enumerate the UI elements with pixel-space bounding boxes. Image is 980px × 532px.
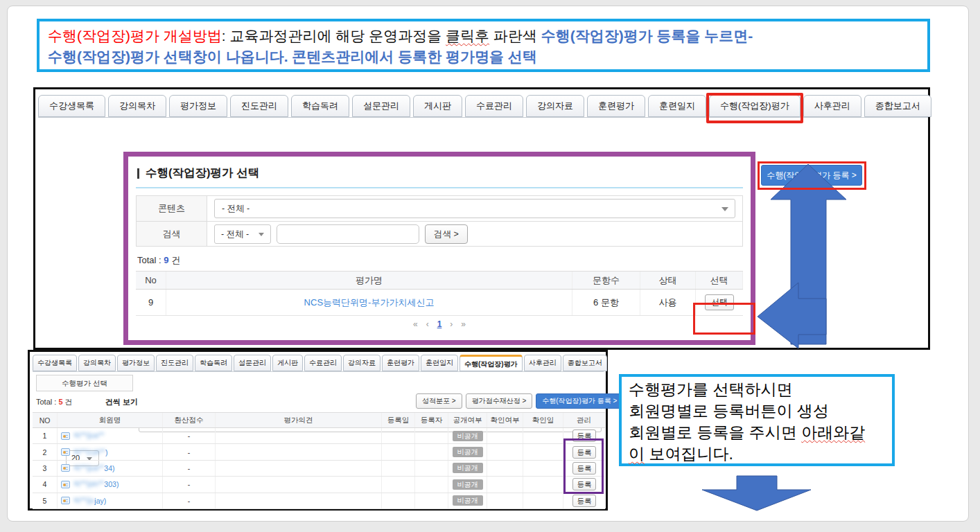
evaluation-col-header: 상태 — [640, 272, 696, 289]
member-col-header: 확인여부 — [487, 413, 523, 427]
opinion-cell — [216, 461, 382, 476]
row-no: 5 — [33, 493, 58, 508]
course-tab[interactable]: 수행(작업장)평가 — [709, 95, 800, 117]
member-name-suffix: 34) — [104, 464, 114, 472]
pagination-item[interactable]: 1 — [437, 319, 442, 329]
member-name-blurred[interactable]: 박**(ju — [73, 496, 94, 506]
search-type-select[interactable]: - 전체 - — [214, 224, 271, 244]
modal-pagination: « ‹ 1 › » — [136, 319, 743, 329]
register-date-cell — [382, 444, 415, 459]
pagination-item[interactable]: » — [461, 319, 466, 329]
course-tab[interactable]: 강의목차 — [78, 355, 116, 371]
member-name-blurred[interactable]: 박**(pin** — [73, 479, 104, 489]
member-row: 4 박**(pin**303) - 비공개 등록 — [33, 477, 605, 493]
course-tab[interactable]: 강의자료 — [526, 95, 584, 117]
confirm-status-cell — [487, 477, 523, 492]
pagination-item[interactable]: › — [450, 319, 453, 329]
search-input[interactable] — [277, 224, 419, 244]
course-tab[interactable]: 평가정보 — [169, 95, 227, 117]
course-tab[interactable]: 진도관리 — [156, 355, 193, 371]
evaluation-col-header: 문항수 — [572, 272, 640, 289]
instruction-line-1: 수행(작업장)평가 개설방법: 교육과정관리에 해당 운영과정을 클릭후 파란색… — [48, 26, 919, 46]
member-name-blurred[interactable]: 박**(cyk** — [73, 447, 105, 457]
course-tab[interactable]: 설문관리 — [352, 95, 410, 117]
confirm-date-cell — [523, 444, 563, 459]
course-tab[interactable]: 수강생목록 — [33, 355, 77, 371]
course-tab[interactable]: 강의목차 — [108, 95, 166, 117]
member-table-header: NO 회원명 환산점수 평가의견 등록일 등록자 공개여부 확인여부 확인일 관… — [33, 412, 605, 428]
row-no: 3 — [33, 461, 58, 476]
toolbar-button[interactable]: 성적분포 > — [416, 393, 462, 409]
course-tab[interactable]: 수행(작업장)평가 — [460, 355, 523, 371]
member-name-cell: 박**(cyk**) — [58, 444, 163, 459]
register-button[interactable]: 등록 — [572, 478, 596, 490]
register-button[interactable]: 등록 — [572, 495, 596, 507]
pagination-item[interactable]: « — [413, 319, 418, 329]
course-tab[interactable]: 수강생목록 — [38, 95, 105, 117]
course-tab[interactable]: 학습독려 — [291, 95, 349, 117]
course-tab[interactable]: 훈련일지 — [421, 355, 458, 371]
course-tab[interactable]: 훈련평가 — [587, 95, 645, 117]
course-tab[interactable]: 설문관리 — [234, 355, 271, 371]
course-tab[interactable]: 강의자료 — [343, 355, 380, 371]
member-evaluation-table: NO 회원명 환산점수 평가의견 등록일 등록자 공개여부 확인여부 확인일 관… — [33, 412, 605, 509]
member-card-icon — [61, 464, 70, 472]
member-col-header: 평가의견 — [216, 413, 382, 427]
title-bar-icon — [137, 168, 139, 179]
course-tab[interactable]: 훈련평가 — [382, 355, 419, 371]
course-tab[interactable]: 학습독려 — [195, 355, 232, 371]
member-col-header: 회원명 — [58, 413, 163, 427]
instruction-line-2: 수행(작업장)평가 선택창이 나옵니다. 콘텐츠관리에서 등록한 평가명을 선택 — [48, 46, 919, 67]
evaluation-col-header: 선택 — [696, 272, 743, 289]
register-button[interactable]: 등록 — [572, 462, 596, 475]
member-row: 1 박**(jua** - 비공개 등록 — [33, 428, 605, 444]
confirm-status-cell — [487, 493, 523, 508]
registrant-cell — [415, 461, 448, 476]
register-button[interactable]: 등록 — [572, 429, 596, 442]
member-col-header: 등록일 — [382, 413, 415, 427]
evaluation-status: 사용 — [640, 290, 696, 315]
member-col-header: NO — [33, 413, 58, 427]
member-col-header: 공개여부 — [448, 413, 487, 427]
member-name-blurred[interactable]: 박**(jua** — [73, 431, 104, 441]
search-button[interactable]: 검색 > — [425, 224, 468, 244]
evaluation-name-link[interactable]: NCS능력단위명-부가가치세신고 — [166, 290, 572, 315]
result-tab-bar: 수강생목록 강의목차 평가정보 진도관리 학습독려 설문관리 게시판 수료관리 … — [33, 354, 604, 372]
member-name-blurred[interactable]: 박**(jua** — [73, 463, 104, 473]
private-badge: 비공개 — [453, 463, 483, 473]
member-name-suffix: jay) — [94, 497, 106, 505]
select-evaluation-button[interactable]: 선택 — [705, 294, 734, 310]
chevron-down-icon — [721, 207, 728, 211]
course-tab[interactable]: 수료관리 — [304, 355, 342, 371]
toolbar-button[interactable]: 평가점수재산정 > — [466, 393, 533, 409]
member-card-icon — [61, 448, 70, 456]
course-tab[interactable]: 종합보고서 — [864, 95, 931, 117]
member-name-suffix: 303) — [104, 480, 119, 488]
performance-evaluation-register-button[interactable]: 수행(작업장)평가 등록 > — [761, 165, 862, 186]
course-tab[interactable]: 수료관리 — [465, 95, 523, 117]
evaluation-col-header: No — [136, 272, 166, 289]
register-button[interactable]: 등록 — [572, 446, 596, 459]
member-name-cell: 박**(jujay) — [58, 493, 163, 508]
confirm-status-cell — [487, 461, 523, 476]
course-tab[interactable]: 게시판 — [272, 355, 303, 371]
course-tab[interactable]: 훈련일지 — [648, 95, 706, 117]
private-badge: 비공개 — [453, 479, 483, 490]
toolbar-button[interactable]: 수행(작업장)평가 등록 > — [536, 393, 623, 409]
course-tab[interactable]: 게시판 — [413, 95, 462, 117]
course-tab[interactable]: 진도관리 — [230, 95, 288, 117]
confirm-date-cell — [523, 477, 563, 492]
evaluation-col-header: 평가명 — [166, 272, 572, 289]
private-badge: 비공개 — [453, 431, 483, 441]
chevron-down-icon — [259, 233, 264, 236]
course-tab[interactable]: 사후관리 — [524, 355, 561, 371]
course-tab[interactable]: 종합보고서 — [563, 355, 607, 371]
content-filter-select[interactable]: - 전체 - — [214, 199, 735, 218]
pagination-item[interactable]: ‹ — [426, 319, 429, 329]
opinion-cell — [216, 444, 382, 459]
registrant-cell — [415, 477, 448, 492]
row-no: 4 — [33, 477, 58, 492]
register-date-cell — [382, 493, 415, 508]
course-tab[interactable]: 평가정보 — [117, 355, 155, 371]
course-tab[interactable]: 사후관리 — [803, 95, 861, 117]
